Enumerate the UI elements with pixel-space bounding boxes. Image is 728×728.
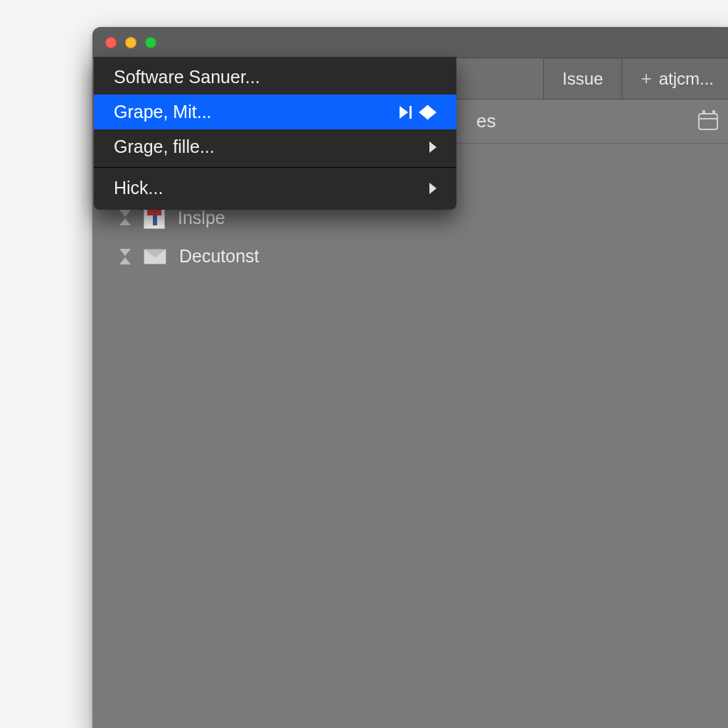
menu-item-label: Software Sanuer... (114, 67, 437, 87)
submenu-arrow-icon (429, 141, 437, 153)
context-menu: Software Sanuer... Grape, Mit... Grage, … (94, 57, 456, 210)
menu-item-software-sanuer[interactable]: Software Sanuer... (94, 60, 456, 95)
window-minimize-button[interactable] (125, 37, 136, 48)
tab-atjcm[interactable]: + atjcm... (621, 58, 728, 99)
expand-horizontal-icon (419, 105, 437, 119)
list-item[interactable]: Decutonst (100, 237, 725, 275)
list-item-label: Decutonst (179, 246, 259, 267)
menu-item-grage-fille[interactable]: Grage, fille... (94, 129, 456, 164)
list-item-label: Inslpe (178, 208, 225, 228)
menu-item-hick[interactable]: Hick... (94, 171, 456, 205)
window-zoom-button[interactable] (145, 37, 156, 48)
menu-item-label: Hick... (114, 178, 422, 198)
hourglass-icon (119, 210, 131, 225)
submenu-arrow-icon (429, 183, 437, 194)
tab-atjcm-label: atjcm... (659, 69, 714, 89)
titlebar (92, 27, 728, 58)
menu-item-label: Grape, Mit... (114, 102, 400, 122)
menu-separator (94, 167, 456, 168)
menu-item-label: Grage, fille... (114, 136, 422, 157)
skip-next-icon (400, 106, 412, 119)
hourglass-icon (119, 249, 131, 264)
tab-issue-label: Issue (562, 69, 603, 89)
plus-icon: + (641, 68, 651, 90)
mail-icon (144, 249, 166, 264)
menu-item-grape-mit[interactable]: Grape, Mit... (94, 95, 456, 129)
tab-issue[interactable]: Issue (543, 58, 621, 99)
window-close-button[interactable] (105, 37, 117, 48)
calendar-icon[interactable] (698, 113, 718, 130)
